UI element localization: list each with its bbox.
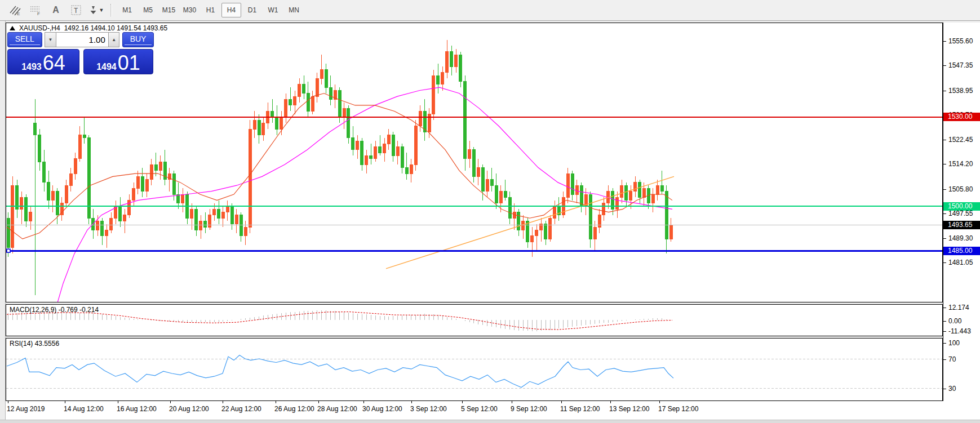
- ohlc-values: 1492.16 1494.10 1491.54 1493.65: [64, 24, 168, 32]
- hline-price-label: 1530.00: [943, 113, 980, 121]
- sell-price-big: 64: [43, 54, 65, 73]
- time-tick: [512, 401, 512, 403]
- timeframe-button-m1[interactable]: M1: [117, 3, 137, 17]
- line-studies-toolbar: E F A T ▼: [0, 3, 105, 17]
- sell-price-small: 1493: [21, 61, 42, 73]
- time-tick: [659, 401, 660, 403]
- rsi-axis-label: 30: [943, 385, 956, 393]
- rsi-panel: RSI(14) 43.5556: [6, 338, 943, 401]
- window-left-gutter: [0, 21, 6, 423]
- rsi-axis-label: 70: [943, 355, 956, 363]
- rsi-canvas[interactable]: [6, 339, 942, 400]
- volume-decrease-button[interactable]: ▼: [45, 32, 56, 47]
- price-tick-label: 1497.55: [943, 210, 973, 217]
- timeframe-button-h1[interactable]: H1: [201, 3, 220, 17]
- time-label: 16 Aug 12:00: [117, 405, 157, 413]
- time-tick: [8, 401, 8, 403]
- timeframe-button-w1[interactable]: W1: [263, 3, 283, 17]
- price-tick-label: 1547.35: [943, 61, 973, 69]
- timeframe-button-h4[interactable]: H4: [221, 3, 241, 17]
- time-tick: [276, 401, 276, 403]
- time-label: 28 Aug 12:00: [317, 405, 357, 413]
- time-label: 20 Aug 12:00: [169, 405, 209, 413]
- time-label: 9 Sep 12:00: [511, 405, 547, 413]
- macd-label: MACD(12,26,9) -0.769 -0.214: [10, 306, 99, 314]
- svg-text:E: E: [17, 11, 20, 16]
- time-label: 11 Sep 12:00: [560, 405, 600, 413]
- toolbar: E F A T ▼ M1M5M15M30H1H4D1W1MN: [0, 0, 980, 21]
- text-icon[interactable]: A: [47, 3, 64, 17]
- price-tick-label: 1481.05: [943, 259, 973, 266]
- time-tick: [561, 401, 562, 403]
- symbol-marker-icon: [10, 26, 15, 30]
- time-label: 30 Aug 12:00: [362, 405, 402, 413]
- terminal-window: E F A T ▼ M1M5M15M30H1H4D1W1MN XAUUSD-,H…: [0, 0, 980, 423]
- buy-button[interactable]: BUY: [122, 32, 154, 47]
- price-tick-label: 1538.95: [943, 87, 973, 95]
- fibo-expansion-icon[interactable]: E: [7, 3, 24, 17]
- volume-increase-button[interactable]: ▲: [108, 32, 120, 47]
- bid-price-label: 1493.65: [943, 221, 980, 229]
- buy-price-big: 01: [118, 54, 140, 73]
- time-tick: [318, 401, 319, 403]
- timeframe-button-m15[interactable]: M15: [159, 3, 179, 17]
- time-tick: [65, 401, 65, 403]
- svg-text:F: F: [37, 11, 40, 16]
- one-click-trading-panel: SELL ▼ ▲ BUY 1493 64 1494 01: [7, 32, 154, 74]
- svg-text:T: T: [74, 7, 78, 15]
- buy-price-small: 1494: [96, 61, 117, 73]
- rsi-axis-label: 100: [943, 339, 960, 347]
- time-label: 14 Aug 12:00: [64, 405, 104, 413]
- time-tick: [170, 401, 171, 403]
- main-chart-panel: XAUUSD-,H4 1492.16 1494.10 1491.54 1493.…: [6, 23, 943, 302]
- time-tick: [363, 401, 364, 403]
- hline-price-label: 1500.00: [943, 202, 980, 211]
- timeframe-button-m5[interactable]: M5: [138, 3, 158, 17]
- time-label: 12 Aug 2019: [7, 405, 45, 413]
- sell-button[interactable]: SELL: [7, 32, 42, 47]
- time-label: 3 Sep 12:00: [410, 405, 447, 413]
- macd-axis-label: -11.443: [943, 327, 971, 335]
- time-tick: [610, 401, 611, 403]
- price-tick-label: 1514.20: [943, 160, 973, 168]
- timeframe-button-mn[interactable]: MN: [284, 3, 304, 17]
- time-label: 22 Aug 12:00: [221, 405, 261, 413]
- price-tick-label: 1505.80: [943, 185, 973, 193]
- time-tick: [118, 401, 118, 403]
- buy-quote-box[interactable]: 1494 01: [83, 49, 153, 74]
- macd-canvas[interactable]: [6, 305, 942, 336]
- time-label: 26 Aug 12:00: [274, 405, 314, 413]
- macd-axis-label: 12.174: [943, 304, 969, 311]
- macd-panel: MACD(12,26,9) -0.769 -0.214: [6, 304, 943, 336]
- price-axis[interactable]: 1555.601547.351538.951530.701522.451514.…: [943, 23, 980, 420]
- time-tick: [462, 401, 463, 403]
- time-tick: [411, 401, 412, 403]
- time-label: 5 Sep 12:00: [461, 405, 498, 413]
- macd-axis-label: 0.00: [943, 317, 961, 325]
- price-tick-label: 1489.30: [943, 234, 973, 242]
- timeframe-button-d1[interactable]: D1: [242, 3, 262, 17]
- sell-quote-box[interactable]: 1493 64: [7, 49, 79, 74]
- symbol-label: XAUUSD-,H4: [19, 24, 60, 32]
- price-tick-label: 1555.60: [943, 37, 973, 45]
- price-tick-label: 1522.45: [943, 136, 973, 144]
- time-label: 13 Sep 12:00: [609, 405, 649, 413]
- hline-price-label: 1485.00: [943, 247, 980, 255]
- arrows-dropdown-caret[interactable]: ▼: [99, 7, 104, 13]
- time-label: 17 Sep 12:00: [658, 405, 698, 413]
- toolbar-separator: [110, 4, 112, 16]
- volume-input[interactable]: [56, 32, 108, 47]
- fibo-retracement-icon[interactable]: F: [27, 3, 44, 17]
- time-axis[interactable]: 12 Aug 201914 Aug 12:0016 Aug 12:0020 Au…: [6, 401, 980, 420]
- rsi-label: RSI(14) 43.5556: [10, 340, 59, 348]
- window-bottom-strip: [0, 420, 980, 423]
- time-tick: [223, 401, 223, 403]
- text-label-icon[interactable]: T: [68, 3, 85, 17]
- chart-title: XAUUSD-,H4 1492.16 1494.10 1491.54 1493.…: [10, 24, 167, 32]
- timeframe-button-m30[interactable]: M30: [180, 3, 199, 17]
- arrows-icon[interactable]: ▼: [88, 3, 105, 17]
- timeframe-bar: M1M5M15M30H1H4D1W1MN: [117, 3, 304, 17]
